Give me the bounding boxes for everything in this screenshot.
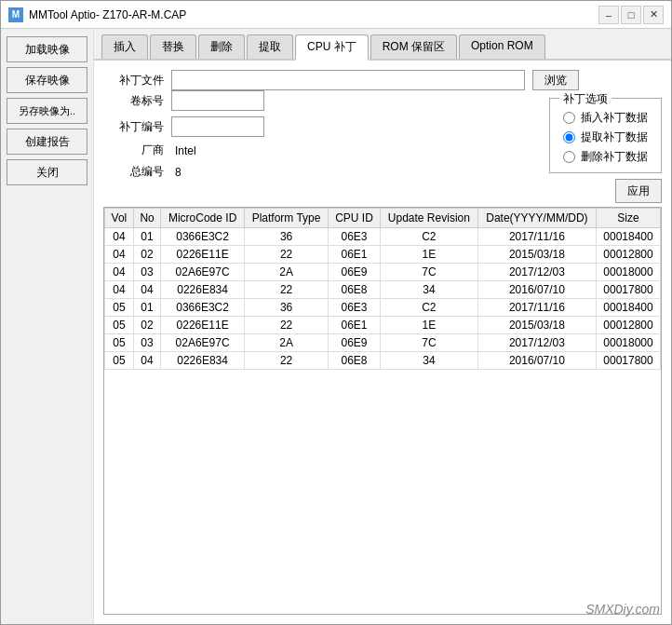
- cell-no: 04: [133, 352, 160, 370]
- patch-number-label: 补丁编号: [103, 119, 164, 135]
- app-icon: M: [8, 7, 23, 22]
- cell-date: 2017/12/03: [477, 334, 596, 352]
- left-form: 卷标号 补丁编号 厂商 Intel: [103, 90, 540, 180]
- cell-microcode-id: 0226E834: [161, 281, 245, 299]
- cell-cpu-id: 06E1: [329, 246, 381, 264]
- table-row[interactable]: 05 03 02A6E97C 2A 06E9 7C 2017/12/03 000…: [105, 334, 661, 352]
- cell-platform-type: 36: [244, 299, 328, 317]
- main-window: M MMTool Aptio- Z170-AR-M.CAP – □ ✕ 加载映像…: [0, 0, 672, 625]
- cell-cpu-id: 06E8: [329, 281, 381, 299]
- col-update-revision: Update Revision: [380, 209, 477, 228]
- patch-number-input[interactable]: [171, 116, 264, 137]
- maximize-button[interactable]: □: [621, 6, 641, 24]
- cell-platform-type: 22: [244, 281, 328, 299]
- close-button[interactable]: 关闭: [7, 159, 87, 185]
- cell-platform-type: 2A: [244, 334, 328, 352]
- cell-vol: 04: [105, 228, 134, 246]
- radio-extract-row: 提取补丁数据: [563, 129, 648, 145]
- browse-button[interactable]: 浏览: [532, 70, 579, 90]
- cell-no: 04: [133, 281, 160, 299]
- table-body: 04 01 0366E3C2 36 06E3 C2 2017/11/16 000…: [105, 228, 661, 370]
- table-row[interactable]: 04 02 0226E11E 22 06E1 1E 2015/03/18 000…: [105, 246, 661, 264]
- patch-number-row: 补丁编号: [103, 116, 540, 137]
- top-row: 卷标号 补丁编号 厂商 Intel: [103, 90, 662, 203]
- cell-vol: 04: [105, 281, 134, 299]
- patch-file-label: 补丁文件: [103, 73, 164, 88]
- cell-no: 01: [133, 299, 160, 317]
- col-size: Size: [596, 209, 660, 228]
- save-image-as-button[interactable]: 另存映像为..: [7, 98, 87, 124]
- cell-cpu-id: 06E1: [329, 317, 381, 334]
- volume-row: 卷标号: [103, 90, 540, 111]
- table-row[interactable]: 04 01 0366E3C2 36 06E3 C2 2017/11/16 000…: [105, 228, 661, 246]
- cell-platform-type: 22: [244, 352, 328, 370]
- window-title: MMTool Aptio- Z170-AR-M.CAP: [29, 8, 186, 21]
- cell-size: 00018400: [596, 228, 660, 246]
- tab-replace[interactable]: 替换: [150, 34, 196, 59]
- radio-insert-label: 插入补丁数据: [581, 110, 648, 126]
- cell-vol: 04: [105, 264, 134, 281]
- apply-button[interactable]: 应用: [615, 179, 662, 203]
- vendor-label: 厂商: [103, 143, 164, 158]
- cell-vol: 05: [105, 299, 134, 317]
- cell-update-revision: 7C: [380, 334, 477, 352]
- cell-platform-type: 22: [244, 317, 328, 334]
- total-row: 总编号 8: [103, 164, 540, 180]
- col-platform-type: Platform Type: [244, 209, 328, 228]
- cell-microcode-id: 02A6E97C: [161, 264, 245, 281]
- radio-delete[interactable]: [563, 151, 575, 163]
- right-panel: 插入 替换 删除 提取 CPU 补丁 ROM 保留区 Option ROM 补丁…: [94, 29, 671, 624]
- create-report-button[interactable]: 创建报告: [7, 129, 87, 155]
- cell-vol: 05: [105, 352, 134, 370]
- patch-file-input[interactable]: [171, 70, 525, 90]
- tab-rom-reserved[interactable]: ROM 保留区: [370, 34, 457, 59]
- volume-input[interactable]: [171, 90, 264, 111]
- minimize-button[interactable]: –: [598, 6, 619, 24]
- table-row[interactable]: 04 04 0226E834 22 06E8 34 2016/07/10 000…: [105, 281, 661, 299]
- col-cpu-id: CPU ID: [329, 209, 381, 228]
- cell-no: 03: [133, 334, 160, 352]
- col-date: Date(YYYY/MM/DD): [477, 209, 596, 228]
- cell-no: 01: [133, 228, 160, 246]
- radio-extract[interactable]: [563, 131, 575, 143]
- radio-insert[interactable]: [563, 112, 575, 124]
- cell-cpu-id: 06E3: [329, 299, 381, 317]
- cell-size: 00012800: [596, 317, 660, 334]
- cell-update-revision: 34: [380, 281, 477, 299]
- col-microcode-id: MicroCode ID: [161, 209, 245, 228]
- cell-size: 00017800: [596, 352, 660, 370]
- cell-size: 00017800: [596, 281, 660, 299]
- cell-microcode-id: 0226E11E: [161, 246, 245, 264]
- vendor-row: 厂商 Intel: [103, 143, 540, 158]
- table-row[interactable]: 05 01 0366E3C2 36 06E3 C2 2017/11/16 000…: [105, 299, 661, 317]
- cell-vol: 05: [105, 317, 134, 334]
- col-vol: Vol: [105, 209, 134, 228]
- save-image-button[interactable]: 保存映像: [7, 67, 87, 93]
- tab-extract[interactable]: 提取: [247, 34, 293, 59]
- cell-date: 2017/11/16: [477, 228, 596, 246]
- radio-delete-label: 删除补丁数据: [581, 149, 648, 165]
- table-row[interactable]: 05 02 0226E11E 22 06E1 1E 2015/03/18 000…: [105, 317, 661, 334]
- cell-microcode-id: 0366E3C2: [161, 228, 245, 246]
- vendor-value: Intel: [171, 144, 200, 157]
- tab-option-rom[interactable]: Option ROM: [459, 34, 545, 59]
- load-image-button[interactable]: 加载映像: [7, 36, 87, 62]
- tab-cpu-patch[interactable]: CPU 补丁: [295, 34, 369, 61]
- options-legend: 补丁选项: [559, 91, 612, 107]
- cell-update-revision: 1E: [380, 317, 477, 334]
- title-bar: M MMTool Aptio- Z170-AR-M.CAP – □ ✕: [1, 1, 671, 29]
- patch-options-group: 补丁选项 插入补丁数据 提取补丁数据: [549, 98, 662, 173]
- cell-date: 2017/12/03: [477, 264, 596, 281]
- cell-vol: 04: [105, 246, 134, 264]
- close-window-button[interactable]: ✕: [643, 6, 664, 24]
- table-row[interactable]: 05 04 0226E834 22 06E8 34 2016/07/10 000…: [105, 352, 661, 370]
- cell-microcode-id: 0226E11E: [161, 317, 245, 334]
- tab-insert[interactable]: 插入: [101, 34, 148, 59]
- tab-bar: 插入 替换 删除 提取 CPU 补丁 ROM 保留区 Option ROM: [94, 29, 671, 61]
- cell-date: 2017/11/16: [477, 299, 596, 317]
- cell-no: 03: [133, 264, 160, 281]
- table-row[interactable]: 04 03 02A6E97C 2A 06E9 7C 2017/12/03 000…: [105, 264, 661, 281]
- table-header-row: Vol No MicroCode ID Platform Type CPU ID…: [105, 209, 661, 228]
- tab-delete[interactable]: 删除: [198, 34, 245, 59]
- cell-no: 02: [133, 317, 160, 334]
